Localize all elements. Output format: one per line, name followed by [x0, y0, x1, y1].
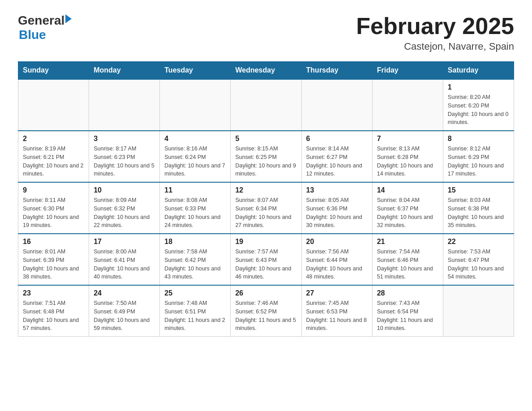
calendar-cell: [443, 285, 514, 337]
page-header: General Blue February 2025 Castejon, Nav…: [18, 13, 514, 52]
day-number: 11: [164, 186, 226, 194]
week-row-2: 2Sunrise: 8:19 AM Sunset: 6:21 PM Daylig…: [18, 131, 514, 182]
calendar-cell: 28Sunrise: 7:43 AM Sunset: 6:54 PM Dayli…: [372, 285, 443, 337]
day-info: Sunrise: 7:51 AM Sunset: 6:48 PM Dayligh…: [23, 299, 84, 333]
day-info: Sunrise: 7:54 AM Sunset: 6:46 PM Dayligh…: [377, 248, 438, 281]
day-info: Sunrise: 8:03 AM Sunset: 6:38 PM Dayligh…: [448, 196, 509, 230]
day-number: 7: [377, 135, 438, 143]
day-info: Sunrise: 7:46 AM Sunset: 6:52 PM Dayligh…: [235, 299, 296, 333]
calendar-cell: 27Sunrise: 7:45 AM Sunset: 6:53 PM Dayli…: [301, 285, 372, 337]
calendar-cell: 16Sunrise: 8:01 AM Sunset: 6:39 PM Dayli…: [18, 234, 89, 285]
calendar-cell: [372, 79, 443, 131]
day-number: 18: [164, 238, 226, 246]
day-number: 13: [306, 186, 368, 194]
week-row-4: 16Sunrise: 8:01 AM Sunset: 6:39 PM Dayli…: [18, 234, 514, 285]
day-info: Sunrise: 8:04 AM Sunset: 6:37 PM Dayligh…: [377, 196, 438, 230]
day-info: Sunrise: 8:20 AM Sunset: 6:20 PM Dayligh…: [448, 93, 509, 127]
day-info: Sunrise: 8:08 AM Sunset: 6:33 PM Dayligh…: [164, 196, 226, 230]
logo-blue: Blue: [19, 28, 72, 42]
day-info: Sunrise: 7:56 AM Sunset: 6:44 PM Dayligh…: [306, 248, 368, 281]
day-number: 1: [448, 83, 509, 91]
day-info: Sunrise: 7:50 AM Sunset: 6:49 PM Dayligh…: [94, 299, 155, 333]
day-number: 4: [164, 135, 226, 143]
calendar-cell: [160, 79, 231, 131]
day-number: 23: [23, 289, 84, 297]
day-number: 25: [164, 289, 226, 297]
day-info: Sunrise: 8:17 AM Sunset: 6:23 PM Dayligh…: [94, 145, 155, 178]
calendar-cell: [231, 79, 301, 131]
weekday-header-row: SundayMondayTuesdayWednesdayThursdayFrid…: [18, 62, 514, 80]
month-title: February 2025: [356, 13, 514, 39]
weekday-header-sunday: Sunday: [18, 62, 89, 80]
day-number: 28: [377, 289, 438, 297]
calendar-cell: 22Sunrise: 7:53 AM Sunset: 6:47 PM Dayli…: [443, 234, 514, 285]
calendar-title-block: February 2025 Castejon, Navarre, Spain: [356, 13, 514, 52]
calendar-cell: 7Sunrise: 8:13 AM Sunset: 6:28 PM Daylig…: [372, 131, 443, 182]
day-number: 8: [448, 135, 509, 143]
calendar-cell: 1Sunrise: 8:20 AM Sunset: 6:20 PM Daylig…: [443, 79, 514, 131]
day-number: 16: [23, 238, 84, 246]
calendar-cell: 12Sunrise: 8:07 AM Sunset: 6:34 PM Dayli…: [231, 182, 301, 234]
day-info: Sunrise: 8:16 AM Sunset: 6:24 PM Dayligh…: [164, 145, 226, 178]
day-info: Sunrise: 8:01 AM Sunset: 6:39 PM Dayligh…: [23, 248, 84, 281]
calendar-cell: 3Sunrise: 8:17 AM Sunset: 6:23 PM Daylig…: [89, 131, 160, 182]
day-number: 22: [448, 238, 509, 246]
calendar-cell: [18, 79, 89, 131]
weekday-header-thursday: Thursday: [301, 62, 372, 80]
day-info: Sunrise: 7:53 AM Sunset: 6:47 PM Dayligh…: [448, 248, 509, 281]
calendar-cell: 14Sunrise: 8:04 AM Sunset: 6:37 PM Dayli…: [372, 182, 443, 234]
calendar-cell: 13Sunrise: 8:05 AM Sunset: 6:36 PM Dayli…: [301, 182, 372, 234]
calendar-cell: 23Sunrise: 7:51 AM Sunset: 6:48 PM Dayli…: [18, 285, 89, 337]
logo: General Blue: [18, 13, 72, 42]
week-row-5: 23Sunrise: 7:51 AM Sunset: 6:48 PM Dayli…: [18, 285, 514, 337]
day-number: 2: [23, 135, 84, 143]
calendar-cell: 17Sunrise: 8:00 AM Sunset: 6:41 PM Dayli…: [89, 234, 160, 285]
day-info: Sunrise: 8:05 AM Sunset: 6:36 PM Dayligh…: [306, 196, 368, 230]
day-number: 3: [94, 135, 155, 143]
calendar-cell: 26Sunrise: 7:46 AM Sunset: 6:52 PM Dayli…: [231, 285, 301, 337]
day-info: Sunrise: 7:45 AM Sunset: 6:53 PM Dayligh…: [306, 299, 368, 333]
day-info: Sunrise: 8:11 AM Sunset: 6:30 PM Dayligh…: [23, 196, 84, 230]
day-info: Sunrise: 7:48 AM Sunset: 6:51 PM Dayligh…: [164, 299, 226, 333]
calendar-cell: 18Sunrise: 7:58 AM Sunset: 6:42 PM Dayli…: [160, 234, 231, 285]
day-number: 15: [448, 186, 509, 194]
day-info: Sunrise: 8:09 AM Sunset: 6:32 PM Dayligh…: [94, 196, 155, 230]
calendar-cell: [301, 79, 372, 131]
calendar-cell: 6Sunrise: 8:14 AM Sunset: 6:27 PM Daylig…: [301, 131, 372, 182]
calendar-cell: 25Sunrise: 7:48 AM Sunset: 6:51 PM Dayli…: [160, 285, 231, 337]
day-number: 17: [94, 238, 155, 246]
calendar-cell: 5Sunrise: 8:15 AM Sunset: 6:25 PM Daylig…: [231, 131, 301, 182]
day-info: Sunrise: 7:58 AM Sunset: 6:42 PM Dayligh…: [164, 248, 226, 281]
calendar-cell: 24Sunrise: 7:50 AM Sunset: 6:49 PM Dayli…: [89, 285, 160, 337]
day-number: 21: [377, 238, 438, 246]
day-number: 19: [235, 238, 296, 246]
weekday-header-tuesday: Tuesday: [160, 62, 231, 80]
weekday-header-saturday: Saturday: [443, 62, 514, 80]
day-info: Sunrise: 8:19 AM Sunset: 6:21 PM Dayligh…: [23, 145, 84, 178]
calendar-cell: 4Sunrise: 8:16 AM Sunset: 6:24 PM Daylig…: [160, 131, 231, 182]
day-info: Sunrise: 8:07 AM Sunset: 6:34 PM Dayligh…: [235, 196, 296, 230]
week-row-1: 1Sunrise: 8:20 AM Sunset: 6:20 PM Daylig…: [18, 79, 514, 131]
location: Castejon, Navarre, Spain: [356, 41, 514, 52]
day-info: Sunrise: 8:15 AM Sunset: 6:25 PM Dayligh…: [235, 145, 296, 178]
weekday-header-friday: Friday: [372, 62, 443, 80]
calendar-cell: 11Sunrise: 8:08 AM Sunset: 6:33 PM Dayli…: [160, 182, 231, 234]
weekday-header-wednesday: Wednesday: [231, 62, 301, 80]
calendar-cell: 8Sunrise: 8:12 AM Sunset: 6:29 PM Daylig…: [443, 131, 514, 182]
weekday-header-monday: Monday: [89, 62, 160, 80]
day-info: Sunrise: 8:12 AM Sunset: 6:29 PM Dayligh…: [448, 145, 509, 178]
calendar-cell: 15Sunrise: 8:03 AM Sunset: 6:38 PM Dayli…: [443, 182, 514, 234]
logo-general: General: [18, 13, 64, 28]
day-info: Sunrise: 8:13 AM Sunset: 6:28 PM Dayligh…: [377, 145, 438, 178]
calendar-cell: 20Sunrise: 7:56 AM Sunset: 6:44 PM Dayli…: [301, 234, 372, 285]
day-number: 27: [306, 289, 368, 297]
day-number: 9: [23, 186, 84, 194]
calendar-cell: 9Sunrise: 8:11 AM Sunset: 6:30 PM Daylig…: [18, 182, 89, 234]
day-number: 6: [306, 135, 368, 143]
day-number: 12: [235, 186, 296, 194]
day-info: Sunrise: 8:14 AM Sunset: 6:27 PM Dayligh…: [306, 145, 368, 178]
day-number: 26: [235, 289, 296, 297]
week-row-3: 9Sunrise: 8:11 AM Sunset: 6:30 PM Daylig…: [18, 182, 514, 234]
logo-arrow-icon: [65, 14, 72, 23]
day-number: 24: [94, 289, 155, 297]
